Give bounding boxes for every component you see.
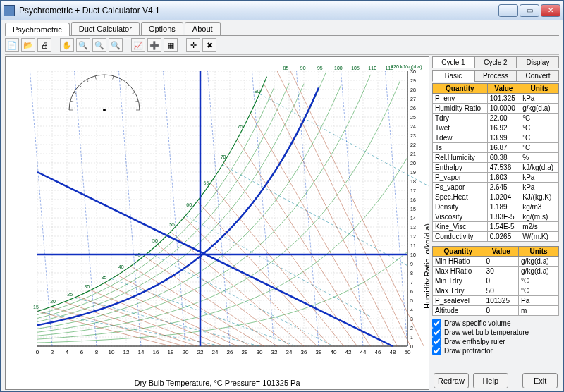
psychrometric-chart[interactable]: 0246810121416182022242628303234363840424… <box>5 56 429 390</box>
table-row[interactable]: Tdew13.99°C <box>433 133 559 143</box>
table-row[interactable]: Min Tdry0°C <box>433 276 559 286</box>
check-draw-protractor[interactable]: Draw protractor <box>432 346 559 355</box>
clear-button[interactable]: ✖ <box>202 38 216 52</box>
mode-tabs: BasicProcessConvert <box>432 70 559 82</box>
svg-text:13: 13 <box>410 225 416 230</box>
zoom-in-button[interactable]: 🔍 <box>76 38 90 52</box>
grid-button[interactable]: ▦ <box>164 38 178 52</box>
qty-cell: Tdry <box>433 114 488 123</box>
table-row[interactable]: Max Tdry50°C <box>433 286 559 296</box>
svg-text:100: 100 <box>334 66 343 71</box>
check-draw-specific-volume[interactable]: Draw specific volume <box>432 319 559 328</box>
table-row[interactable]: Altitude0m <box>433 306 559 316</box>
svg-text:9: 9 <box>410 262 413 267</box>
help-button[interactable]: Help <box>473 373 508 388</box>
zoom-fit-button[interactable]: 🔍 <box>109 38 123 52</box>
svg-text:8: 8 <box>410 271 413 276</box>
table-row[interactable]: Ts16.87°C <box>433 143 559 153</box>
svg-text:20: 20 <box>183 349 189 355</box>
check-draw-enthalpy-ruler[interactable]: Draw enthalpy ruler <box>432 337 559 346</box>
minimize-button[interactable]: — <box>498 4 518 17</box>
checkbox[interactable] <box>432 328 441 337</box>
table-row[interactable]: Rel.Humidity60.38% <box>433 153 559 163</box>
chart-add-button[interactable]: ➕ <box>147 38 161 52</box>
table-row[interactable]: Enthalpy47.536kJ/kg(d.a) <box>433 163 559 173</box>
checkbox[interactable] <box>432 319 441 328</box>
table-row[interactable]: P_sealevel101325Pa <box>433 296 559 306</box>
sidetab-process[interactable]: Process <box>474 70 517 82</box>
tab-about[interactable]: About <box>185 22 221 35</box>
exit-button[interactable]: Exit <box>522 373 558 388</box>
sidetab-cycle-1[interactable]: Cycle 1 <box>432 56 474 68</box>
svg-text:40: 40 <box>331 349 337 355</box>
value-cell: 60.38 <box>487 153 520 163</box>
sidetab-cycle-2[interactable]: Cycle 2 <box>474 56 517 68</box>
table-row[interactable]: Max HRatio30g/kg(d.a) <box>433 267 559 276</box>
table-row[interactable]: Conductivity0.0265W/(m.K) <box>433 232 559 242</box>
table-row[interactable]: Humidity Ratio10.0000g/kg(d.a) <box>433 104 559 114</box>
hand-button[interactable]: ✋ <box>60 38 74 52</box>
tab-duct-calculator[interactable]: Duct Calculator <box>71 22 140 35</box>
maximize-button[interactable]: ▭ <box>520 4 539 17</box>
open-button[interactable]: 📂 <box>21 38 35 52</box>
units-cell: kJ/kg(d.a) <box>520 163 559 173</box>
sidetab-basic[interactable]: Basic <box>432 70 474 82</box>
y-axis-label: Humidity Ratio, g/kg(d.a) <box>423 223 429 309</box>
x-axis-label: Dry Bulb Temperature, °C Pressure= 10132… <box>134 379 300 387</box>
svg-line-136 <box>211 183 344 346</box>
svg-text:26: 26 <box>410 106 416 111</box>
limits-table: QuantityValueUnitsMin HRatio0g/kg(d.a)Ma… <box>432 246 559 316</box>
svg-line-120 <box>185 216 371 317</box>
table-row[interactable]: Min HRatio0g/kg(d.a) <box>433 257 559 267</box>
table-row[interactable]: P_env101.325kPa <box>433 94 559 104</box>
svg-text:10: 10 <box>109 349 115 355</box>
svg-text:95: 95 <box>317 66 323 71</box>
side-panel: Cycle 1Cycle 2Display BasicProcessConver… <box>432 56 559 390</box>
print-button[interactable]: 🖨 <box>37 38 51 52</box>
value-cell: 0.0265 <box>487 232 520 242</box>
svg-line-135 <box>197 201 331 346</box>
qty-cell: P_sealevel <box>433 296 484 306</box>
svg-text:12: 12 <box>410 234 416 239</box>
table-row[interactable]: Viscosity1.83E-5kg/(m.s) <box>433 212 559 222</box>
check-draw-wet-bulb-temperature[interactable]: Draw wet bulb temperature <box>432 328 559 337</box>
svg-text:35: 35 <box>102 275 107 280</box>
units-cell: kPa <box>520 94 559 104</box>
sidetab-convert[interactable]: Convert <box>517 70 559 82</box>
table-row[interactable]: Spec.Heat1.0204KJ/(kg.K) <box>433 192 559 202</box>
table-row[interactable]: Ps_vapor2.645kPa <box>433 183 559 192</box>
chart-line-button[interactable]: 📈 <box>131 38 145 52</box>
table-row[interactable]: P_vapor1.603kPa <box>433 173 559 183</box>
svg-text:6: 6 <box>80 349 84 355</box>
sidetab-display[interactable]: Display <box>517 56 559 68</box>
checkbox[interactable] <box>432 337 441 346</box>
svg-text:46: 46 <box>375 349 381 355</box>
svg-text:85: 85 <box>283 66 289 71</box>
table-row[interactable]: Kine_Visc1.54E-5m2/s <box>433 222 559 232</box>
svg-text:18: 18 <box>168 349 174 355</box>
svg-text:19: 19 <box>410 170 416 175</box>
qty-cell: Tdew <box>433 133 488 143</box>
crosshair-button[interactable]: ✛ <box>186 38 200 52</box>
tab-psychrometric[interactable]: Psychrometric <box>5 23 70 36</box>
redraw-button[interactable]: Redraw <box>434 373 469 388</box>
svg-text:50: 50 <box>152 238 158 243</box>
svg-text:36: 36 <box>301 349 307 355</box>
new-button[interactable]: 📄 <box>5 38 19 52</box>
table-row[interactable]: Tdry22.00°C <box>433 114 559 123</box>
table-row[interactable]: Density1.189kg/m3 <box>433 202 559 212</box>
units-cell: °C <box>520 114 559 123</box>
svg-line-180 <box>132 92 135 94</box>
svg-text:55: 55 <box>169 222 175 227</box>
zoom-out-button[interactable]: 🔍 <box>92 38 106 52</box>
checkbox[interactable] <box>432 346 441 355</box>
qty-cell: Enthalpy <box>433 163 488 173</box>
qty-cell: Conductivity <box>433 232 488 242</box>
value-cell: 0 <box>484 306 518 316</box>
svg-text:60: 60 <box>186 202 192 207</box>
close-button[interactable]: ✕ <box>541 4 560 17</box>
tab-options[interactable]: Options <box>141 22 183 35</box>
svg-text:110: 110 <box>368 66 376 71</box>
table-row[interactable]: Twet16.92°C <box>433 123 559 133</box>
svg-text:120  kJ/kg(d.a): 120 kJ/kg(d.a) <box>391 64 422 70</box>
